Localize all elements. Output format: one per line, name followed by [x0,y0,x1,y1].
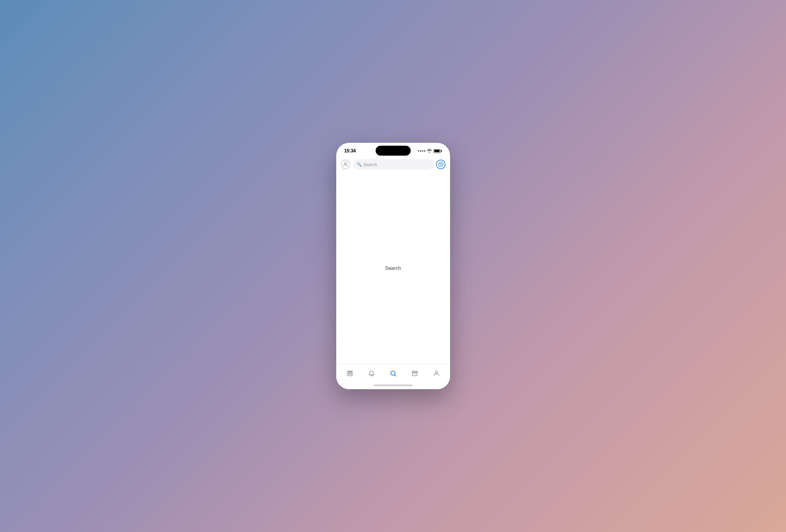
tab-search[interactable] [385,367,402,380]
battery-icon [434,149,442,153]
svg-rect-5 [348,374,352,376]
signal-icon [418,150,425,151]
svg-rect-7 [348,371,352,372]
top-nav: 🔍 Search [336,158,450,173]
status-bar: 15:34 [336,143,450,158]
svg-point-9 [435,371,438,373]
search-bar[interactable]: 🔍 Search [353,159,433,170]
svg-point-0 [344,162,346,164]
search-input-placeholder: Search [363,162,377,167]
empty-state-label: Search [385,265,401,271]
phone-frame: 15:34 [336,143,450,389]
tab-stack[interactable] [341,367,359,380]
main-content: Search [336,173,450,364]
user-avatar[interactable] [341,160,350,169]
bottom-tab-bar [336,364,450,381]
tab-profile[interactable] [427,367,445,380]
search-icon: 🔍 [356,162,362,167]
dynamic-island [376,146,411,155]
tab-notifications[interactable] [363,367,380,380]
svg-rect-6 [348,372,352,374]
wifi-icon [427,149,432,153]
status-icons [418,149,442,153]
status-time: 15:34 [344,148,356,153]
home-indicator-bar [374,385,413,386]
filter-button[interactable] [436,160,445,169]
home-indicator [336,381,450,389]
tab-inbox[interactable] [406,367,423,380]
